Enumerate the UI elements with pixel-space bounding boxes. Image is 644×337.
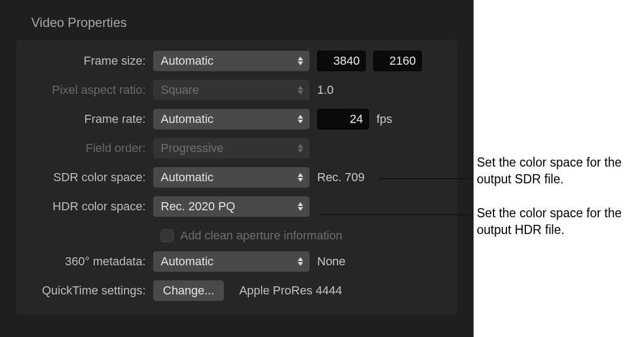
field-order-label: Field order: (29, 141, 153, 155)
svg-marker-4 (298, 115, 303, 119)
pixel-aspect-label: Pixel aspect ratio: (29, 83, 153, 97)
frame-rate-select[interactable]: Automatic (153, 109, 310, 129)
hdr-color-space-value: Rec. 2020 PQ (161, 200, 235, 214)
metadata-360-value: None (317, 255, 346, 269)
row-sdr-color-space: SDR color space: Automatic Rec. 709 (29, 166, 444, 189)
clean-aperture-checkbox[interactable] (161, 229, 174, 242)
frame-rate-select-value: Automatic (161, 112, 214, 126)
metadata-360-select-value: Automatic (161, 255, 214, 269)
svg-marker-11 (298, 207, 303, 211)
panel-title: Video Properties (31, 15, 457, 30)
leader-line-sdr (379, 178, 470, 179)
callout-sdr: Set the color space for the output SDR f… (477, 154, 644, 188)
row-quicktime-settings: QuickTime settings: Change... Apple ProR… (29, 279, 444, 302)
row-field-order: Field order: Progressive (29, 137, 444, 160)
updown-arrows-icon (294, 82, 306, 98)
panel-body: Frame size: Automatic 3840 2160 Pixel as… (16, 40, 457, 315)
svg-marker-13 (298, 262, 303, 266)
frame-rate-unit: fps (376, 112, 392, 126)
updown-arrows-icon (294, 170, 306, 185)
updown-arrows-icon (294, 141, 306, 156)
svg-marker-5 (298, 120, 303, 123)
svg-marker-7 (298, 149, 303, 153)
frame-width-field[interactable]: 3840 (317, 51, 366, 71)
metadata-360-select[interactable]: Automatic (153, 251, 310, 272)
sdr-color-space-select[interactable]: Automatic (153, 167, 310, 188)
frame-rate-field[interactable]: 24 (317, 109, 369, 129)
pixel-aspect-select-value: Square (161, 83, 199, 97)
row-clean-aperture: Add clean aperture information (161, 229, 444, 243)
row-360-metadata: 360° metadata: Automatic None (29, 250, 444, 273)
quicktime-settings-label: QuickTime settings: (29, 284, 153, 298)
sdr-color-space-readout: Rec. 709 (317, 170, 365, 184)
row-frame-size: Frame size: Automatic 3840 2160 (29, 50, 444, 72)
svg-marker-2 (298, 86, 303, 90)
video-properties-panel: Video Properties Frame size: Automatic 3… (0, 0, 474, 337)
updown-arrows-icon (294, 53, 306, 68)
updown-arrows-icon (294, 112, 306, 127)
frame-size-label: Frame size: (29, 54, 153, 68)
quicktime-codec-readout: Apple ProRes 4444 (239, 284, 342, 298)
hdr-color-space-select[interactable]: Rec. 2020 PQ (153, 196, 310, 217)
frame-size-select-value: Automatic (161, 54, 214, 68)
leader-line-hdr (319, 215, 470, 215)
svg-marker-1 (298, 61, 303, 65)
svg-marker-0 (298, 57, 303, 60)
metadata-360-label: 360° metadata: (29, 255, 153, 269)
sdr-color-space-value: Automatic (161, 170, 214, 184)
field-order-select-value: Progressive (161, 141, 223, 155)
svg-marker-9 (298, 178, 303, 182)
field-order-select: Progressive (153, 138, 310, 159)
updown-arrows-icon (294, 199, 306, 214)
svg-marker-10 (298, 202, 303, 206)
updown-arrows-icon (294, 254, 306, 269)
svg-marker-8 (298, 173, 303, 177)
hdr-color-space-label: HDR color space: (29, 200, 153, 214)
row-frame-rate: Frame rate: Automatic 24 fps (29, 108, 444, 130)
frame-rate-label: Frame rate: (29, 112, 153, 126)
callout-hdr: Set the color space for the output HDR f… (477, 205, 644, 238)
pixel-aspect-select: Square (153, 80, 310, 100)
row-pixel-aspect: Pixel aspect ratio: Square 1.0 (29, 79, 444, 101)
quicktime-change-button[interactable]: Change... (153, 280, 224, 301)
pixel-aspect-value: 1.0 (317, 83, 334, 97)
svg-marker-3 (298, 91, 303, 94)
clean-aperture-label: Add clean aperture information (180, 229, 342, 243)
frame-height-field[interactable]: 2160 (373, 51, 422, 71)
frame-size-select[interactable]: Automatic (153, 51, 310, 71)
sdr-color-space-label: SDR color space: (29, 170, 153, 184)
svg-marker-12 (298, 257, 303, 261)
svg-marker-6 (298, 144, 303, 148)
